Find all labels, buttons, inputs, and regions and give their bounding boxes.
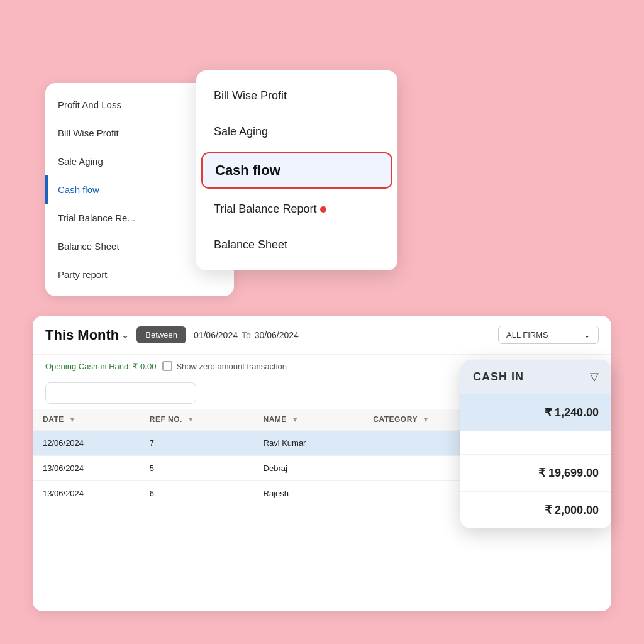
filter-icon-name[interactable]: ▼ <box>292 416 299 423</box>
cell-date: 13/06/2024 <box>33 456 140 481</box>
cash-in-row <box>460 431 611 454</box>
cash-in-header: CASH IN ▽ <box>460 360 611 394</box>
col-date: DATE ▼ <box>33 409 140 431</box>
date-from: 01/06/2024 <box>194 330 238 340</box>
filter-icon-category[interactable]: ▼ <box>423 416 430 423</box>
between-button[interactable]: Between <box>136 326 186 343</box>
dropdown-balance-sheet[interactable]: Balance Sheet <box>196 227 397 263</box>
chevron-down-icon: ⌄ <box>121 330 129 340</box>
dropdown-trial-balance[interactable]: Trial Balance Report <box>196 191 397 227</box>
col-name: NAME ▼ <box>253 409 364 431</box>
cell-name: Ravi Kumar <box>253 431 364 456</box>
chevron-down-icon: ⌄ <box>584 330 591 340</box>
col-ref-no: REF NO. ▼ <box>140 409 253 431</box>
cell-name: Debraj <box>253 456 364 481</box>
notification-dot <box>320 206 326 213</box>
cash-in-row: ₹ 2,000.00 <box>460 491 611 528</box>
cell-date: 12/06/2024 <box>33 431 140 456</box>
cash-in-filter-icon[interactable]: ▽ <box>590 370 599 384</box>
this-month-selector[interactable]: This Month ⌄ <box>45 327 129 343</box>
cell-ref-no: 6 <box>140 481 253 506</box>
firms-dropdown[interactable]: ALL FIRMS ⌄ <box>498 326 599 344</box>
dropdown-cash-flow[interactable]: Cash flow <box>201 152 392 189</box>
filter-icon-ref[interactable]: ▼ <box>187 416 194 423</box>
cell-ref-no: 5 <box>140 456 253 481</box>
cash-in-title: CASH IN <box>473 370 524 384</box>
app-container: Profit And Loss Bill Wise Profit Sale Ag… <box>20 20 624 624</box>
cell-date: 13/06/2024 <box>33 481 140 506</box>
dropdown-sale-aging[interactable]: Sale Aging <box>196 114 397 150</box>
dropdown-menu: Bill Wise Profit Sale Aging Cash flow Tr… <box>196 70 397 270</box>
cash-in-row: ₹ 19,699.00 <box>460 454 611 491</box>
cell-name: Rajesh <box>253 481 364 506</box>
cash-in-card: CASH IN ▽ ₹ 1,240.00 ₹ 19,699.00 ₹ 2,000… <box>460 360 611 528</box>
search-wrapper: 🔍 <box>45 382 196 404</box>
opening-cash-label: Opening Cash-in Hand: ₹ 0.00 <box>45 362 156 371</box>
date-to: 30/06/2024 <box>255 330 299 340</box>
search-input[interactable] <box>45 382 196 404</box>
dropdown-bill-wise-profit[interactable]: Bill Wise Profit <box>196 78 397 114</box>
show-zero-checkbox-label[interactable]: Show zero amount transaction <box>162 361 287 371</box>
show-zero-checkbox[interactable] <box>162 361 172 371</box>
filter-icon-date[interactable]: ▼ <box>69 416 76 423</box>
cell-ref-no: 7 <box>140 431 253 456</box>
cash-in-row: ₹ 1,240.00 <box>460 394 611 431</box>
header-row: This Month ⌄ Between 01/06/2024 To 30/06… <box>33 316 611 355</box>
to-label: To <box>242 330 251 340</box>
date-range: 01/06/2024 To 30/06/2024 <box>194 330 299 340</box>
